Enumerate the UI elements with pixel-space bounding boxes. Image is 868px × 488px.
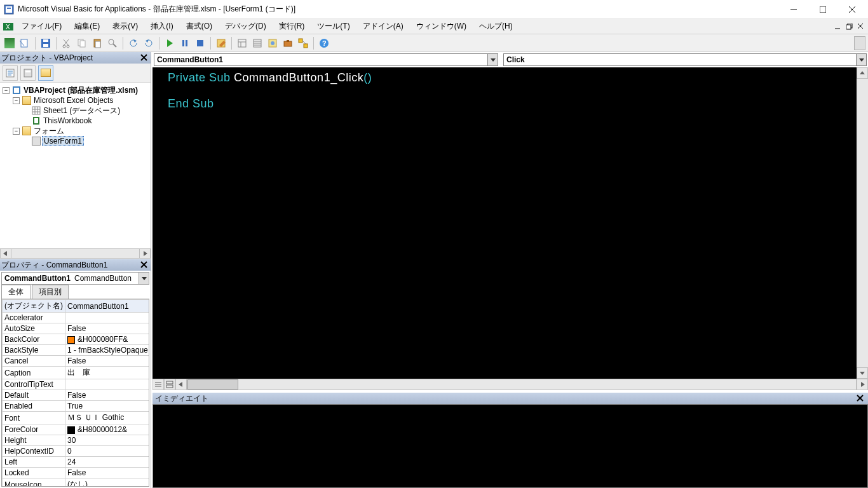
properties-object-selector[interactable]: CommandButton1 CommandButton	[1, 272, 149, 285]
prop-value[interactable]: False	[65, 323, 150, 334]
tree-sheet1[interactable]: Sheet1 (データベース)	[3, 105, 151, 116]
prop-row[interactable]: FontＭＳ ＵＩ Gothic	[3, 412, 150, 424]
immediate-close-button[interactable]	[855, 393, 865, 403]
prop-row[interactable]: Accelerator	[3, 313, 150, 323]
save-button[interactable]	[39, 36, 53, 50]
insert-menu-button[interactable]	[18, 36, 32, 50]
help-button[interactable]: ?	[317, 36, 331, 50]
reset-button[interactable]	[193, 36, 207, 50]
tree-root[interactable]: −VBAProject (部品在庫管理.xlsm)	[3, 85, 151, 95]
scroll-left-button[interactable]	[175, 379, 187, 390]
full-module-view-button[interactable]	[164, 379, 175, 390]
tab-all[interactable]: 全体	[1, 285, 31, 299]
prop-row[interactable]: Height30	[3, 435, 150, 446]
scroll-up-button[interactable]	[857, 67, 868, 79]
menu-addins[interactable]: アドイン(A)	[358, 20, 409, 33]
properties-panel-close-button[interactable]	[139, 260, 149, 270]
tree-forms[interactable]: −フォーム	[3, 126, 151, 136]
object-dropdown[interactable]: CommandButton1	[154, 53, 498, 66]
menu-run[interactable]: 実行(R)	[274, 20, 310, 33]
prop-value[interactable]: 24	[65, 457, 150, 468]
properties-window-button[interactable]	[250, 36, 264, 50]
scroll-track[interactable]	[857, 79, 868, 367]
run-button[interactable]	[163, 36, 177, 50]
prop-value[interactable]: True	[65, 401, 150, 412]
collapse-icon[interactable]: −	[3, 87, 10, 94]
mdi-close-button[interactable]	[857, 22, 865, 31]
procedure-dropdown[interactable]: Click	[503, 53, 867, 66]
mdi-restore-button[interactable]	[845, 22, 854, 31]
prop-value[interactable]: CommandButton1	[65, 300, 150, 313]
prop-row[interactable]: EnabledTrue	[3, 401, 150, 412]
scroll-right-button[interactable]	[139, 248, 151, 259]
procedure-view-button[interactable]	[153, 379, 164, 390]
chevron-down-icon[interactable]	[856, 54, 866, 65]
undo-button[interactable]	[126, 36, 140, 50]
prop-value[interactable]: (なし)	[65, 478, 150, 487]
toolbox-button[interactable]	[281, 36, 295, 50]
view-code-button[interactable]	[3, 65, 18, 81]
prop-row[interactable]: (オブジェクト名)CommandButton1	[3, 300, 150, 313]
collapse-icon[interactable]: −	[13, 128, 20, 135]
project-panel-close-button[interactable]	[139, 53, 149, 63]
prop-value[interactable]: 1 - fmBackStyleOpaque	[65, 345, 150, 356]
scroll-track[interactable]	[187, 379, 857, 390]
prop-row[interactable]: ControlTipText	[3, 379, 150, 390]
project-hscrollbar[interactable]	[0, 248, 151, 259]
project-explorer-button[interactable]	[235, 36, 249, 50]
prop-value[interactable]: 30	[65, 435, 150, 446]
paste-button[interactable]	[90, 36, 104, 50]
prop-value[interactable]: False	[65, 390, 150, 401]
chevron-down-icon[interactable]	[139, 273, 149, 284]
scroll-left-button[interactable]	[0, 248, 11, 259]
menu-view[interactable]: 表示(V)	[107, 20, 143, 33]
prop-row[interactable]: Left24	[3, 457, 150, 468]
prop-row[interactable]: LockedFalse	[3, 468, 150, 478]
tree-userform1[interactable]: UserForm1	[3, 136, 151, 146]
prop-row[interactable]: BackColor&H000080FF&	[3, 334, 150, 345]
toolbar-overflow-button[interactable]	[854, 36, 865, 50]
prop-row[interactable]: HelpContextID0	[3, 446, 150, 457]
maximize-button[interactable]	[808, 0, 837, 19]
prop-row[interactable]: MouseIcon(なし)	[3, 478, 150, 487]
scroll-track[interactable]	[11, 248, 139, 259]
code-vscrollbar[interactable]	[857, 67, 868, 379]
tab-order-button[interactable]	[296, 36, 310, 50]
prop-value[interactable]: 出 庫	[65, 367, 150, 379]
close-button[interactable]	[837, 0, 867, 19]
properties-grid[interactable]: (オブジェクト名)CommandButton1 Accelerator Auto…	[1, 299, 149, 487]
menu-edit[interactable]: 編集(E)	[69, 20, 105, 33]
immediate-textarea[interactable]	[153, 404, 868, 488]
minimize-button[interactable]	[779, 0, 808, 19]
menu-debug[interactable]: デバッグ(D)	[220, 20, 271, 33]
prop-row[interactable]: DefaultFalse	[3, 390, 150, 401]
prop-row[interactable]: AutoSizeFalse	[3, 323, 150, 334]
menu-format[interactable]: 書式(O)	[181, 20, 217, 33]
prop-value[interactable]: ＭＳ ＵＩ Gothic	[65, 412, 150, 424]
scroll-down-button[interactable]	[857, 367, 868, 379]
tab-categorized[interactable]: 項目別	[32, 285, 69, 299]
prop-value[interactable]: 0	[65, 446, 150, 457]
prop-row[interactable]: Caption出 庫	[3, 367, 150, 379]
chevron-down-icon[interactable]	[487, 54, 498, 65]
view-object-button[interactable]	[20, 65, 36, 81]
prop-value[interactable]	[65, 379, 150, 390]
project-tree[interactable]: −VBAProject (部品在庫管理.xlsm) −Microsoft Exc…	[0, 83, 151, 248]
tree-excel-objects[interactable]: −Microsoft Excel Objects	[3, 95, 151, 105]
prop-value[interactable]: &H80000012&	[65, 424, 150, 435]
redo-button[interactable]	[142, 36, 156, 50]
prop-value[interactable]: False	[65, 356, 150, 367]
break-button[interactable]	[178, 36, 192, 50]
mdi-minimize-button[interactable]	[834, 22, 843, 31]
prop-row[interactable]: ForeColor&H80000012&	[3, 424, 150, 435]
prop-value[interactable]	[65, 313, 150, 323]
prop-value[interactable]: False	[65, 468, 150, 478]
menu-insert[interactable]: 挿入(I)	[146, 20, 178, 33]
excel-icon[interactable]: X	[3, 21, 14, 32]
view-excel-button[interactable]	[3, 36, 17, 50]
design-mode-button[interactable]	[214, 36, 228, 50]
toggle-folders-button[interactable]	[38, 65, 53, 81]
scroll-right-button[interactable]	[857, 379, 868, 390]
menu-help[interactable]: ヘルプ(H)	[474, 20, 518, 33]
object-browser-button[interactable]	[266, 36, 280, 50]
